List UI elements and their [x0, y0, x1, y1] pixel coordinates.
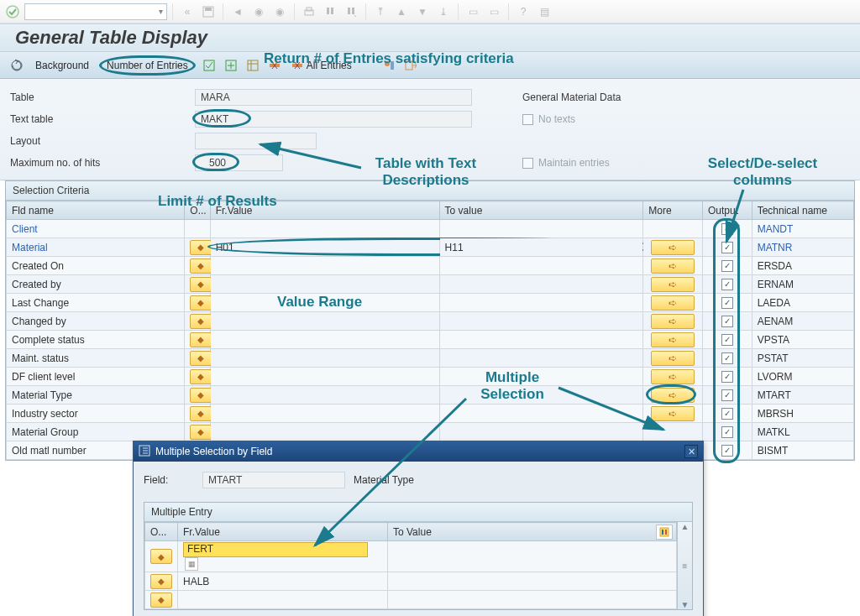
settings-icon[interactable]: ▤ — [535, 3, 553, 21]
more-cell[interactable]: ➪ — [643, 312, 703, 331]
exec-check-icon[interactable] — [201, 57, 218, 74]
select-option-icon[interactable]: ◆ — [190, 240, 212, 255]
field-name-cell[interactable]: Changed by — [7, 312, 185, 331]
field-name-cell[interactable]: Created On — [7, 257, 185, 275]
more-cell[interactable]: ➪ — [643, 294, 703, 312]
more-cell[interactable]: ➪ — [643, 386, 703, 405]
hdr-fr[interactable]: Fr.Value — [210, 201, 439, 220]
me-hdr-fr[interactable]: Fr.Value — [178, 523, 388, 541]
select-option-icon[interactable]: ◆ — [190, 406, 212, 421]
more-button[interactable]: ➪ — [651, 240, 695, 255]
from-value-cell[interactable] — [210, 257, 439, 275]
more-cell[interactable]: ➪ — [643, 405, 703, 423]
to-value-cell[interactable] — [439, 220, 643, 238]
output-checkbox[interactable] — [721, 242, 733, 253]
layout-field[interactable] — [195, 133, 317, 149]
me-fr-cell[interactable] — [178, 591, 388, 609]
operator-cell[interactable]: ◆ — [185, 294, 210, 312]
me-scrollbar[interactable]: ▲ ≡ ▼ — [677, 522, 692, 609]
output-checkbox[interactable] — [721, 334, 733, 346]
hdr-out[interactable]: Output — [703, 201, 752, 220]
output-checkbox[interactable] — [721, 389, 733, 401]
output-cell[interactable] — [703, 349, 752, 368]
page-last-icon[interactable]: ⤓ — [434, 3, 453, 21]
output-cell[interactable] — [703, 294, 752, 312]
to-value-cell[interactable] — [439, 386, 643, 405]
select-option-icon[interactable]: ◆ — [190, 314, 212, 329]
maintain-check[interactable]: Maintain entries — [522, 157, 610, 169]
me-hdr-to[interactable]: To Value — [388, 523, 677, 541]
more-cell[interactable]: ➪ — [643, 238, 703, 257]
output-cell[interactable] — [703, 368, 752, 386]
to-value-cell[interactable] — [439, 275, 643, 294]
page-up-icon[interactable]: ▲ — [392, 3, 411, 21]
scroll-up-icon[interactable]: ▲ — [681, 522, 690, 531]
me-hdr-op[interactable]: O... — [145, 523, 178, 541]
me-to-cell[interactable] — [388, 541, 677, 572]
output-checkbox[interactable] — [721, 316, 733, 327]
operator-cell[interactable]: ◆ — [185, 275, 210, 294]
operator-cell[interactable]: ◆ — [185, 312, 210, 331]
from-value-cell[interactable] — [210, 331, 439, 349]
output-checkbox[interactable] — [721, 408, 733, 420]
output-cell[interactable] — [703, 405, 752, 423]
hdr-op[interactable]: O... — [185, 201, 210, 220]
output-cell[interactable] — [703, 238, 752, 257]
table-field[interactable]: MARA — [195, 89, 472, 106]
select-option-icon[interactable]: ◆ — [190, 258, 212, 274]
operator-cell[interactable]: ◆ — [185, 238, 210, 257]
to-value-cell[interactable] — [439, 368, 643, 386]
me-op-cell[interactable]: ◆ — [145, 541, 178, 572]
more-cell[interactable] — [643, 423, 703, 441]
more-button[interactable]: ➪ — [651, 314, 695, 329]
execute-icon[interactable] — [8, 57, 25, 74]
scroll-grip-icon[interactable]: ≡ — [683, 561, 688, 571]
to-value-cell[interactable] — [439, 294, 643, 312]
output-checkbox[interactable] — [721, 371, 733, 383]
operator-cell[interactable]: ◆ — [185, 257, 210, 275]
field-name-cell[interactable]: Industry sector — [7, 405, 185, 423]
output-cell[interactable] — [703, 275, 752, 294]
from-value-cell[interactable] — [210, 312, 439, 331]
me-fr-cell[interactable]: HALB — [178, 572, 388, 591]
to-value-cell[interactable] — [439, 331, 643, 349]
operator-cell[interactable]: ◆ — [185, 368, 210, 386]
more-cell[interactable]: ➪ — [643, 331, 703, 349]
scroll-down-icon[interactable]: ▼ — [681, 600, 690, 609]
to-value-cell[interactable]: H11 — [439, 238, 643, 257]
modal-close-button[interactable]: ✕ — [684, 445, 698, 458]
to-value-cell[interactable] — [439, 349, 643, 368]
page-first-icon[interactable]: ⤒ — [371, 3, 390, 21]
command-field[interactable]: ▾ — [24, 3, 167, 20]
delete-row-icon[interactable] — [266, 57, 283, 74]
field-name-cell[interactable]: Material Group — [7, 423, 185, 441]
output-cell[interactable] — [703, 386, 752, 405]
number-of-entries-button[interactable]: Number of Entries — [99, 55, 196, 76]
text-table-field[interactable]: MAKT — [195, 111, 472, 128]
more-cell[interactable]: ➪ — [643, 275, 703, 294]
more-button[interactable]: ➪ — [651, 369, 695, 384]
field-name-cell[interactable]: Material Type — [7, 386, 185, 405]
more-button[interactable]: ➪ — [651, 351, 695, 366]
operator-cell[interactable]: ◆ — [185, 331, 210, 349]
from-value-cell[interactable] — [210, 275, 439, 294]
operator-cell[interactable]: ◆ — [185, 423, 210, 441]
background-button[interactable]: Background — [30, 58, 94, 73]
output-checkbox[interactable] — [721, 260, 733, 272]
field-name-cell[interactable]: DF client level — [7, 368, 185, 386]
select-option-icon[interactable]: ◆ — [190, 332, 212, 347]
modal-field-value[interactable]: MTART — [202, 472, 345, 488]
maxhits-field[interactable]: 500 — [195, 154, 283, 171]
field-name-cell[interactable]: Created by — [7, 275, 185, 294]
to-value-cell[interactable] — [439, 312, 643, 331]
from-value-cell[interactable] — [210, 349, 439, 368]
hdr-tech[interactable]: Technical name — [752, 201, 853, 220]
hdr-more[interactable]: More — [643, 201, 703, 220]
to-value-cell[interactable] — [439, 405, 643, 423]
value-help-icon[interactable]: ▦ — [185, 557, 198, 571]
output-checkbox[interactable] — [721, 223, 733, 235]
cancel-icon[interactable]: ◉ — [270, 3, 289, 21]
more-button[interactable]: ➪ — [651, 258, 695, 274]
from-value-cell[interactable] — [210, 294, 439, 312]
more-cell[interactable] — [643, 220, 703, 238]
